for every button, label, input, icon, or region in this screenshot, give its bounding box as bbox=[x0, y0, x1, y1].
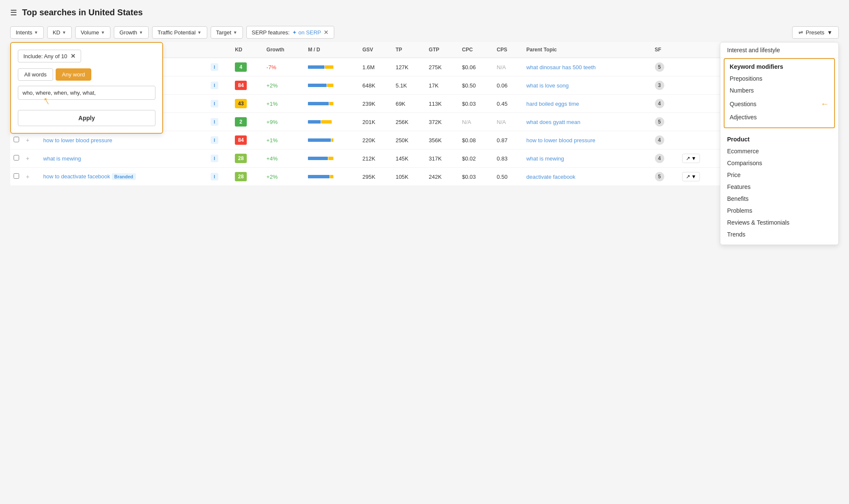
ecommerce-item[interactable]: Ecommerce bbox=[727, 145, 832, 157]
trend-arrow-icon: ▼ bbox=[691, 155, 697, 161]
md-header[interactable]: M / D bbox=[305, 42, 359, 58]
keyword-link[interactable]: how to lower blood pressure bbox=[43, 137, 113, 144]
add-icon[interactable]: + bbox=[26, 155, 29, 162]
price-item[interactable]: Price bbox=[727, 169, 832, 181]
trend-button[interactable]: ↗ ▼ bbox=[682, 172, 700, 181]
growth-header[interactable]: Growth bbox=[263, 42, 305, 58]
cpc-header[interactable]: CPC bbox=[459, 42, 494, 58]
gtp-value: 317K bbox=[429, 155, 442, 162]
kd-cell: 84 bbox=[231, 76, 263, 95]
parent-topic-link[interactable]: what is love song bbox=[526, 82, 569, 89]
cps-value: 0.06 bbox=[497, 82, 508, 89]
trends-item[interactable]: Trends bbox=[727, 228, 832, 240]
gsv-cell: 212K bbox=[359, 149, 392, 168]
sf-cell: 5 bbox=[652, 58, 679, 76]
add-icon[interactable]: + bbox=[26, 137, 29, 144]
questions-item[interactable]: Questions ← bbox=[730, 96, 829, 111]
any-word-btn[interactable]: Any word bbox=[56, 68, 91, 81]
md-cell bbox=[305, 95, 359, 113]
branded-badge: Branded bbox=[112, 173, 136, 180]
tp-cell: 105K bbox=[392, 168, 425, 186]
trend-cell bbox=[679, 95, 721, 113]
parent-topic-link[interactable]: what is mewing bbox=[526, 155, 564, 162]
growth-value: +2% bbox=[266, 174, 277, 180]
cpc-value: $0.08 bbox=[462, 137, 476, 144]
row-checkbox[interactable] bbox=[14, 155, 19, 160]
add-cell[interactable]: + bbox=[23, 168, 40, 186]
row-checkbox[interactable] bbox=[14, 137, 19, 142]
kd-header[interactable]: KD bbox=[231, 42, 263, 58]
target-label: Target bbox=[216, 29, 231, 36]
row-checkbox-cell[interactable] bbox=[10, 168, 23, 186]
growth-value: +9% bbox=[266, 119, 277, 125]
bar-yellow bbox=[321, 120, 332, 124]
gtp-cell: 113K bbox=[426, 95, 459, 113]
kd-badge: 43 bbox=[235, 99, 247, 108]
growth-label: Growth bbox=[119, 29, 137, 36]
gsv-cell: 220K bbox=[359, 131, 392, 149]
keyword-link[interactable]: how to deactivate facebook bbox=[43, 173, 110, 180]
kd-cell: 2 bbox=[231, 113, 263, 131]
page-title: Top searches in United States bbox=[22, 8, 143, 17]
serp-features-close-icon[interactable]: ✕ bbox=[324, 29, 329, 36]
target-filter-btn[interactable]: Target ▼ bbox=[211, 26, 243, 39]
gsv-header[interactable]: GSV bbox=[359, 42, 392, 58]
growth-value: -7% bbox=[266, 64, 276, 70]
add-cell[interactable]: + bbox=[23, 149, 40, 168]
keywords-input[interactable] bbox=[18, 86, 155, 100]
gtp-header[interactable]: GTP bbox=[426, 42, 459, 58]
sf-header[interactable]: SF bbox=[652, 42, 679, 58]
comparisons-item[interactable]: Comparisons bbox=[727, 157, 832, 169]
parent-topic-link[interactable]: deactivate facebook bbox=[526, 174, 575, 180]
traffic-potential-filter-btn[interactable]: Traffic Potential ▼ bbox=[152, 26, 207, 39]
cps-value: N/A bbox=[497, 64, 506, 70]
sf-badge: 5 bbox=[655, 172, 664, 181]
bar-blue bbox=[308, 84, 327, 87]
intent-badge: I bbox=[211, 155, 218, 162]
keyword-link[interactable]: what is mewing bbox=[43, 155, 81, 162]
gtp-value: 356K bbox=[429, 137, 442, 144]
growth-filter-btn[interactable]: Growth ▼ bbox=[114, 26, 149, 39]
parent-topic-link[interactable]: how to lower blood pressure bbox=[526, 137, 595, 144]
parent-topic-link[interactable]: what does gyatt mean bbox=[526, 119, 580, 125]
reviews-item[interactable]: Reviews & Testimonials bbox=[727, 217, 832, 228]
cps-header[interactable]: CPS bbox=[494, 42, 523, 58]
interest-lifestyle-item[interactable]: Interest and lifestyle bbox=[720, 42, 838, 58]
sf-cell: 4 bbox=[652, 95, 679, 113]
keyword-cell: how to deactivate facebook Branded bbox=[40, 168, 207, 186]
volume-filter-btn[interactable]: Volume ▼ bbox=[75, 26, 110, 39]
serp-features-badge: SERP features: ✦ on SERP ✕ bbox=[246, 26, 334, 39]
numbers-item[interactable]: Numbers bbox=[730, 84, 829, 96]
gsv-value: 1.6M bbox=[362, 64, 375, 70]
all-words-btn[interactable]: All words bbox=[18, 68, 53, 81]
parent-topic-header[interactable]: Parent Topic bbox=[523, 42, 651, 58]
bar-blue bbox=[308, 157, 328, 160]
apply-button[interactable]: Apply bbox=[18, 110, 155, 126]
prepositions-item[interactable]: Prepositions bbox=[730, 73, 829, 84]
features-item[interactable]: Features bbox=[727, 181, 832, 193]
parent-topic-link[interactable]: what dinosaur has 500 teeth bbox=[526, 64, 595, 70]
gsv-cell: 295K bbox=[359, 168, 392, 186]
kd-arrow-icon: ▼ bbox=[62, 30, 66, 35]
include-close-icon[interactable]: ✕ bbox=[71, 53, 76, 59]
row-checkbox-cell[interactable] bbox=[10, 149, 23, 168]
add-icon[interactable]: + bbox=[26, 173, 29, 180]
adjectives-item[interactable]: Adjectives bbox=[730, 111, 829, 123]
row-checkbox[interactable] bbox=[14, 173, 19, 179]
tp-cell: 69K bbox=[392, 95, 425, 113]
sf-cell: 5 bbox=[652, 113, 679, 131]
presets-button[interactable]: ⇌ Presets ▼ bbox=[792, 26, 839, 39]
problems-item[interactable]: Problems bbox=[727, 205, 832, 217]
benefits-item[interactable]: Benefits bbox=[727, 193, 832, 205]
kd-filter-btn[interactable]: KD ▼ bbox=[47, 26, 72, 39]
trend-button[interactable]: ↗ ▼ bbox=[682, 154, 700, 163]
cps-cell: 0.50 bbox=[494, 168, 523, 186]
parent-topic-link[interactable]: hard boiled eggs time bbox=[526, 101, 579, 107]
hamburger-icon[interactable]: ☰ bbox=[10, 8, 17, 17]
cpc-value: $0.06 bbox=[462, 64, 476, 70]
sf-cell: 4 bbox=[652, 149, 679, 168]
gsv-cell: 201K bbox=[359, 113, 392, 131]
tp-header[interactable]: TP bbox=[392, 42, 425, 58]
intents-filter-btn[interactable]: Intents ▼ bbox=[10, 26, 44, 39]
cpc-value: $0.02 bbox=[462, 155, 476, 162]
